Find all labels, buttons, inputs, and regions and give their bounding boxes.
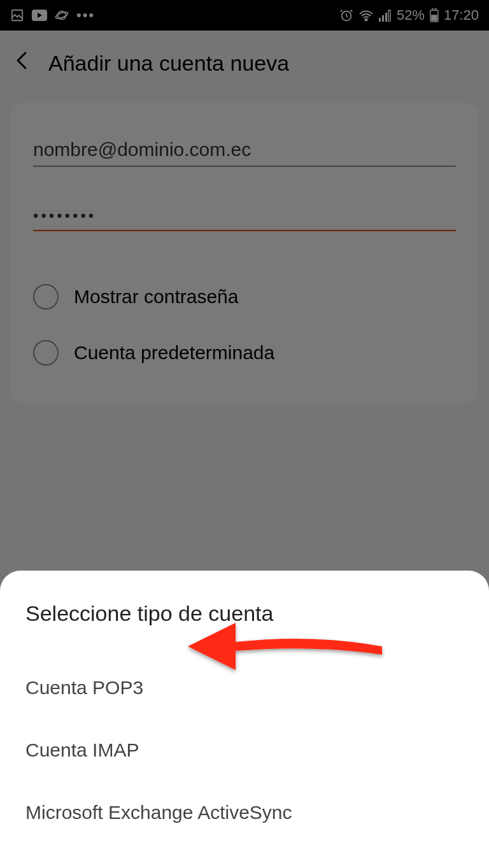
- option-exchange[interactable]: Microsoft Exchange ActiveSync: [25, 786, 464, 839]
- option-imap[interactable]: Cuenta IMAP: [25, 724, 464, 776]
- sheet-title: Seleccione tipo de cuenta: [25, 601, 464, 626]
- option-pop3[interactable]: Cuenta POP3: [25, 662, 464, 714]
- account-type-sheet: Seleccione tipo de cuenta Cuenta POP3 Cu…: [0, 571, 489, 868]
